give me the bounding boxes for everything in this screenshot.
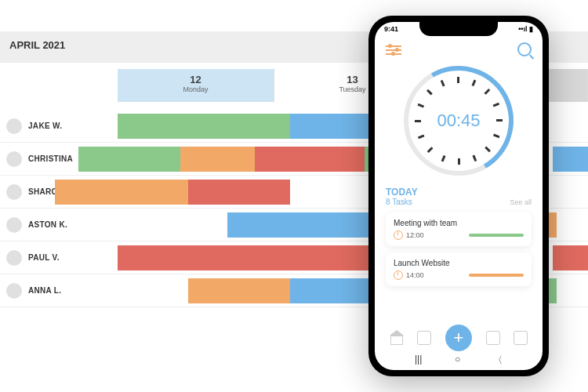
gantt-bar[interactable] xyxy=(553,245,588,270)
gantt-bar[interactable] xyxy=(255,147,365,172)
avatar xyxy=(6,283,22,299)
status-icons: ••ıl ▮ xyxy=(518,25,533,33)
task-title: Meeting with team xyxy=(394,219,524,227)
app-top-row xyxy=(375,42,543,56)
task-time: 12:00 xyxy=(406,231,424,239)
home-icon[interactable] xyxy=(390,331,404,345)
person-name: JAKE W. xyxy=(28,122,62,130)
timer-display: 00:45 xyxy=(437,111,480,131)
gantt-bar[interactable] xyxy=(118,245,384,270)
person-name: ASTON K. xyxy=(28,220,67,229)
person-name: ANNA L. xyxy=(28,286,61,295)
clock-icon xyxy=(394,270,403,280)
today-label: TODAY xyxy=(386,187,418,198)
day-header[interactable]: 12Monday xyxy=(118,69,274,102)
gantt-bar[interactable] xyxy=(55,180,188,205)
bottom-nav: + xyxy=(375,325,543,351)
gantt-bar[interactable] xyxy=(227,212,384,238)
avatar xyxy=(6,217,22,233)
task-time: 14:00 xyxy=(406,271,424,279)
task-card[interactable]: Meeting with team12:00 xyxy=(386,212,532,246)
home-button[interactable]: ○ xyxy=(455,354,460,367)
recent-button[interactable]: ||| xyxy=(415,354,422,367)
search-icon[interactable] xyxy=(517,42,532,56)
list-icon[interactable] xyxy=(417,331,431,345)
gantt-bar[interactable] xyxy=(553,147,588,172)
gantt-bar[interactable] xyxy=(188,180,290,205)
avatar xyxy=(6,184,22,200)
gantt-bar[interactable] xyxy=(180,147,255,172)
today-section: TODAY 8 Tasks See all Meeting with team1… xyxy=(386,187,532,292)
back-button[interactable]: 〈 xyxy=(493,354,503,367)
timer-widget[interactable]: 00:45 xyxy=(404,66,514,176)
phone-mockup: 9:41 ••ıl ▮ 00:45 TODAY 8 Tasks See all xyxy=(368,16,549,376)
page-title: APRIL 2021 xyxy=(9,39,65,51)
status-bar: 9:41 ••ıl ▮ xyxy=(375,25,543,33)
gantt-bar[interactable] xyxy=(118,114,290,139)
status-time: 9:41 xyxy=(384,25,398,33)
see-all-link[interactable]: See all xyxy=(510,198,532,206)
mail-icon[interactable] xyxy=(514,331,528,345)
gantt-bar[interactable] xyxy=(188,278,290,303)
task-title: Launch Website xyxy=(394,259,524,267)
person-name: PAUL V. xyxy=(28,253,60,262)
gantt-bar[interactable] xyxy=(78,147,180,172)
folder-icon[interactable] xyxy=(486,331,500,345)
phone-screen: 9:41 ••ıl ▮ 00:45 TODAY 8 Tasks See all xyxy=(375,22,543,370)
today-count: 8 Tasks xyxy=(386,198,418,206)
avatar xyxy=(6,118,22,134)
task-progress xyxy=(469,234,524,237)
avatar xyxy=(6,151,22,167)
add-button[interactable]: + xyxy=(445,325,472,351)
avatar xyxy=(6,250,22,266)
clock-icon xyxy=(394,230,403,240)
system-nav: ||| ○ 〈 xyxy=(375,354,543,367)
task-card[interactable]: Launch Website14:00 xyxy=(386,252,532,286)
person-name: CHRISTINA xyxy=(28,154,73,163)
task-progress xyxy=(469,274,524,277)
settings-icon[interactable] xyxy=(386,43,401,56)
